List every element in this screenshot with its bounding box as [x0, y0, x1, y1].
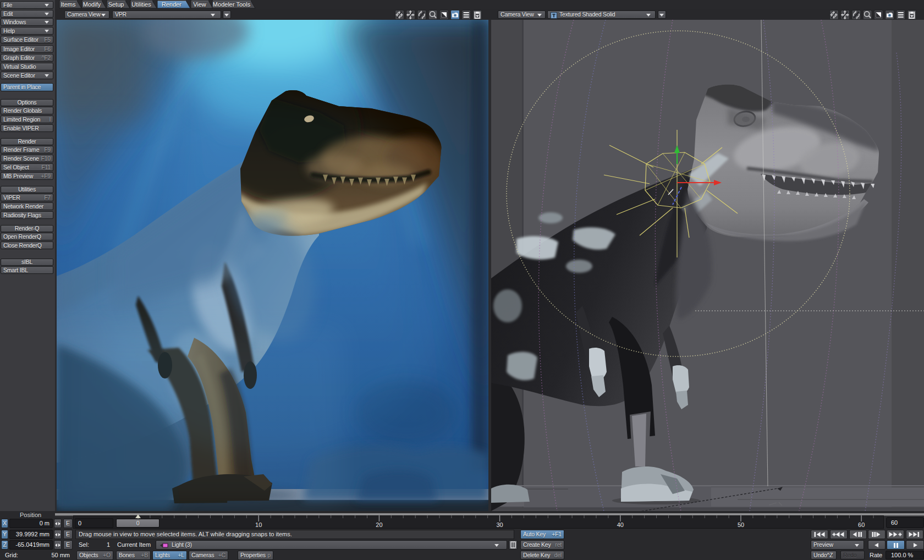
- svg-text:Render: Render: [162, 1, 182, 8]
- svg-text:Modify: Modify: [83, 1, 101, 8]
- svg-text:Setup: Setup: [108, 1, 124, 8]
- svg-text:Modeler Tools: Modeler Tools: [213, 1, 251, 8]
- svg-text:60: 60: [858, 521, 865, 528]
- svg-text:10: 10: [255, 521, 262, 528]
- svg-text:Utilities: Utilities: [131, 1, 151, 8]
- svg-text:View: View: [193, 1, 206, 8]
- svg-text:30: 30: [496, 521, 503, 528]
- svg-text:20: 20: [376, 521, 382, 528]
- svg-text:40: 40: [617, 521, 624, 528]
- svg-text:Items: Items: [61, 1, 76, 8]
- svg-text:50: 50: [738, 521, 744, 528]
